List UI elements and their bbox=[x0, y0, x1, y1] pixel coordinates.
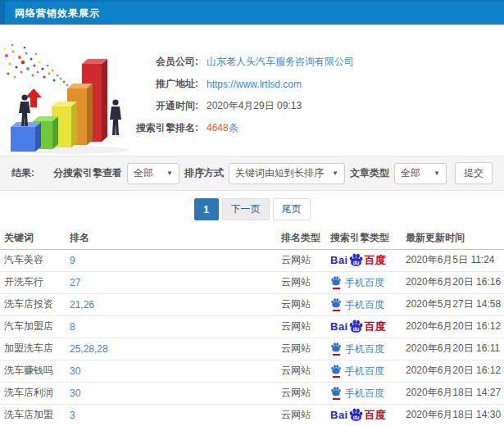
promo-url-label: 推广地址: bbox=[131, 77, 198, 91]
svg-text:du: du bbox=[352, 326, 359, 332]
rank-cell[interactable]: 25,28,28 bbox=[66, 338, 277, 360]
filter-bar: 结果: 分搜索引擎查看 全部 ▼ 排序方式 关键词由短到长排序 ▼ 文章类型 全… bbox=[0, 156, 504, 191]
chevron-down-icon: ▼ bbox=[327, 170, 338, 177]
engine-cell: 手机百度 bbox=[326, 271, 402, 293]
keyword-cell: 汽车美容 bbox=[0, 249, 66, 271]
updated-cell: 2020年6月20日 16:12 bbox=[402, 315, 504, 338]
page-1-button[interactable]: 1 bbox=[194, 198, 219, 220]
rank-cell[interactable]: 30 bbox=[66, 360, 277, 382]
engine-cell: Baidu百度 bbox=[326, 315, 402, 338]
table-row: 汽车加盟店 8 云网站 Baidu百度 2020年6月20日 16:12 bbox=[0, 315, 504, 338]
page-title: 网络营销效果展示 bbox=[15, 7, 100, 20]
chevron-down-icon: ▼ bbox=[429, 170, 440, 177]
baidu-logo-latin: Bai bbox=[330, 321, 348, 332]
header-engine-type: 搜索引擎类型 bbox=[326, 228, 402, 249]
mobile-baidu-label: 手机百度 bbox=[345, 278, 384, 288]
rank-cell[interactable]: 9 bbox=[66, 249, 277, 271]
header-rank: 排名 bbox=[66, 228, 277, 249]
mobile-baidu-paw bbox=[330, 297, 342, 311]
open-time-label: 开通时间: bbox=[131, 99, 198, 113]
baidu-logo-cn: 百度 bbox=[365, 410, 386, 420]
updated-cell: 2020年6月18日 14:27 bbox=[402, 382, 504, 404]
updated-cell: 2020年6月18日 14:30 bbox=[402, 404, 504, 426]
mobile-baidu-logo: 手机百度 bbox=[330, 364, 384, 378]
rank-type-cell: 云网站 bbox=[277, 382, 326, 404]
businessman-right bbox=[110, 99, 121, 135]
pagination: 1 下一页 尾页 bbox=[0, 191, 504, 228]
promo-url-link[interactable]: https://www.lrtlsd.com bbox=[207, 79, 302, 90]
company-label: 会员公司: bbox=[131, 55, 198, 69]
table-row: 汽车美容 9 云网站 Baidu百度 2020年6月5日 11:24 bbox=[0, 249, 504, 271]
mobile-baidu-underline bbox=[333, 376, 340, 378]
keyword-cell: 洗车店投资 bbox=[0, 293, 66, 315]
page-header: 网络营销效果展示 bbox=[0, 0, 504, 25]
baidu-paw-icon bbox=[330, 297, 342, 309]
mobile-baidu-underline bbox=[333, 354, 340, 356]
rank-cell[interactable]: 3 bbox=[66, 404, 277, 426]
mobile-baidu-logo: 手机百度 bbox=[330, 342, 384, 356]
mobile-baidu-underline bbox=[333, 288, 340, 289]
mobile-baidu-label: 手机百度 bbox=[345, 388, 384, 398]
company-name-link[interactable]: 山东老人头汽车服务咨询有限公司 bbox=[207, 55, 354, 69]
baidu-paw-icon bbox=[330, 386, 342, 397]
baidu-logo: Baidu百度 bbox=[330, 407, 386, 423]
table-row: 洗车店投资 21,26 云网站 手机百度 2020年5月27日 14:58 bbox=[0, 293, 504, 315]
keyword-cell: 洗车店加盟 bbox=[0, 404, 66, 426]
mobile-baidu-underline bbox=[333, 398, 340, 400]
businessman-left bbox=[19, 94, 30, 126]
baidu-logo: Baidu百度 bbox=[330, 252, 386, 268]
keyword-cell: 洗车赚钱吗 bbox=[0, 360, 66, 382]
article-type-value: 全部 bbox=[401, 166, 420, 180]
table-row: 洗车赚钱吗 30 云网站 手机百度 2020年6月20日 16:12 bbox=[0, 360, 504, 382]
article-type-select[interactable]: 全部 ▼ bbox=[394, 163, 447, 184]
results-table-body: 汽车美容 9 云网站 Baidu百度 2020年6月5日 11:24 开洗车行 … bbox=[0, 249, 504, 426]
rank-count-label: 搜索引擎排名: bbox=[131, 121, 198, 135]
rank-count-unit: 条 bbox=[229, 122, 238, 134]
baidu-logo-latin: Bai bbox=[330, 410, 348, 420]
updated-cell: 2020年6月20日 16:11 bbox=[402, 338, 504, 360]
table-row: 开洗车行 27 云网站 手机百度 2020年6月20日 16:16 bbox=[0, 271, 504, 293]
baidu-logo-latin: Bai bbox=[330, 255, 348, 265]
rank-type-cell: 云网站 bbox=[277, 338, 326, 360]
mobile-baidu-paw bbox=[330, 364, 342, 378]
header-keyword: 关键词 bbox=[0, 228, 66, 249]
sort-value: 关键词由短到长排序 bbox=[235, 166, 324, 180]
baidu-logo-cn: 百度 bbox=[365, 255, 386, 265]
table-row: 加盟洗车店 25,28,28 云网站 手机百度 2020年6月20日 16:11 bbox=[0, 338, 504, 360]
header-rank-type: 排名类型 bbox=[277, 228, 326, 249]
mobile-baidu-paw bbox=[330, 342, 342, 356]
svg-text:du: du bbox=[352, 415, 359, 420]
table-row: 洗车店利润 30 云网站 手机百度 2020年6月18日 14:27 bbox=[0, 382, 504, 404]
baidu-paw-icon bbox=[330, 364, 342, 375]
last-page-button[interactable]: 尾页 bbox=[273, 198, 311, 220]
rank-cell[interactable]: 27 bbox=[66, 271, 277, 293]
baidu-paw-icon: du bbox=[348, 252, 364, 268]
baidu-paw-icon bbox=[330, 275, 342, 287]
table-header-row: 关键词 排名 排名类型 搜索引擎类型 最新更新时间 bbox=[0, 228, 504, 249]
info-row-url: 推广地址: https://www.lrtlsd.com bbox=[131, 73, 354, 95]
rank-cell[interactable]: 21,26 bbox=[66, 293, 277, 315]
marketing-results-page: 网络营销效果展示 bbox=[0, 0, 504, 426]
updated-cell: 2020年6月5日 11:24 bbox=[402, 249, 504, 271]
rank-cell[interactable]: 8 bbox=[66, 315, 277, 338]
rank-count-number: 4648 bbox=[207, 122, 229, 134]
submit-button[interactable]: 提交 bbox=[455, 162, 493, 184]
open-time-value: 2020年4月29日 09:13 bbox=[207, 99, 302, 113]
bar-chart-illustration bbox=[0, 25, 148, 156]
rank-type-cell: 云网站 bbox=[277, 293, 326, 315]
baidu-paw-icon bbox=[330, 342, 342, 353]
mobile-baidu-paw bbox=[330, 386, 342, 400]
rank-type-cell: 云网站 bbox=[277, 360, 326, 382]
rank-type-cell: 云网站 bbox=[277, 249, 326, 271]
keyword-cell: 汽车加盟店 bbox=[0, 315, 66, 338]
rank-cell[interactable]: 30 bbox=[66, 382, 277, 404]
engine-filter-select[interactable]: 全部 ▼ bbox=[127, 163, 179, 184]
next-page-button[interactable]: 下一页 bbox=[222, 198, 270, 220]
table-row: 洗车店加盟 3 云网站 Baidu百度 2020年6月18日 14:30 bbox=[0, 404, 504, 426]
header-updated: 最新更新时间 bbox=[402, 228, 504, 249]
info-row-open-time: 开通时间: 2020年4月29日 09:13 bbox=[131, 95, 354, 117]
updated-cell: 2020年6月20日 16:16 bbox=[402, 271, 504, 293]
sort-select[interactable]: 关键词由短到长排序 ▼ bbox=[229, 163, 345, 184]
chevron-down-icon: ▼ bbox=[161, 170, 173, 177]
sort-label: 排序方式 bbox=[184, 166, 224, 180]
